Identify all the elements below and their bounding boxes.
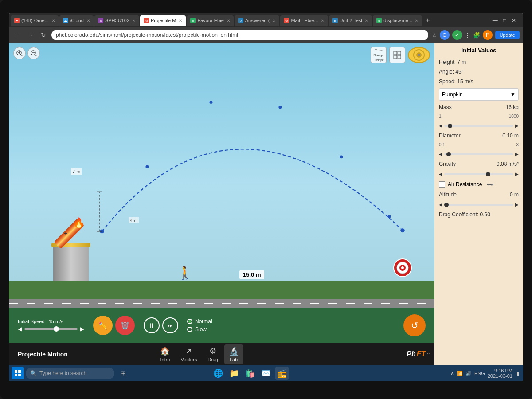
extension-icon[interactable]: ✓ (452, 30, 462, 40)
air-resistance-icon: 〰️ (486, 181, 494, 188)
air-resistance-row[interactable]: Air Resistance 〰️ (439, 181, 519, 188)
altitude-slider-thumb[interactable] (444, 203, 449, 207)
erase-button[interactable]: 🗑️ (115, 316, 135, 335)
tab-projectile[interactable]: M Projectile M ✕ (140, 15, 186, 26)
profile-button[interactable]: F (483, 30, 493, 40)
reset-button[interactable]: ↺ (403, 314, 426, 336)
diameter-increase-button[interactable]: ▶ (515, 152, 519, 156)
speed-slow-option[interactable]: Slow (187, 326, 212, 332)
address-input[interactable]: phet.colorado.edu/sims/html/projectile-m… (51, 30, 428, 40)
edge-icon[interactable]: 🌐 (211, 367, 225, 380)
nav-drag[interactable]: ⚙ Drag (203, 344, 223, 364)
windows-search[interactable]: 🔍 Type here to search (26, 368, 114, 379)
tab-answered[interactable]: b Answered ( ✕ (235, 15, 280, 26)
gravity-slider-track[interactable] (444, 173, 513, 175)
tab-sph-close[interactable]: ✕ (132, 18, 136, 23)
altitude-slider-track[interactable] (444, 204, 513, 206)
projectile-type-select[interactable]: Pumpkin ▼ (439, 88, 519, 101)
zoom-out-button[interactable] (27, 47, 40, 59)
tab-displacement[interactable]: G displaceme... ✕ (373, 15, 422, 26)
tray-arrow-icon[interactable]: ∧ (450, 371, 454, 376)
extensions-icon[interactable]: 🧩 (473, 32, 480, 39)
vectors-icon: ↗ (185, 346, 192, 356)
mass-slider-thumb[interactable] (448, 124, 452, 128)
menu-icon[interactable]: ⋮ (465, 32, 470, 39)
intro-tab-label: Intro (160, 357, 170, 362)
show-desktop-button[interactable]: ▮ (515, 371, 520, 376)
tab-mail-close[interactable]: ✕ (321, 18, 325, 23)
svg-rect-18 (15, 370, 17, 373)
height-value: Height: 7 m (439, 59, 519, 65)
start-button[interactable] (12, 367, 24, 379)
tab-icloud-icon: ☁ (63, 18, 68, 23)
tab-icloud[interactable]: ☁ iCloud ✕ (59, 15, 94, 26)
mail-icon[interactable]: ✉️ (259, 367, 273, 380)
slow-radio[interactable] (187, 327, 192, 332)
tab-displacement-close[interactable]: ✕ (415, 18, 419, 23)
tab-mail-label: Mail - Ebie... (291, 18, 318, 23)
step-button[interactable]: ⏭ (162, 317, 178, 333)
bookmark-icon[interactable]: ☆ (432, 32, 437, 39)
diameter-decrease-button[interactable]: ◀ (439, 152, 442, 156)
tab-unit2[interactable]: E Unit 2 Test ✕ (329, 15, 372, 26)
nav-vectors[interactable]: ↗ Vectors (176, 344, 201, 364)
nav-lab[interactable]: 🔬 Lab (224, 344, 243, 364)
task-view-button[interactable]: ⊞ (116, 367, 129, 380)
tab-sph[interactable]: S SPH3U102 ✕ (94, 15, 139, 26)
measure-tape-button[interactable] (408, 47, 430, 63)
measure-button[interactable]: Time Range Height (371, 47, 387, 63)
mass-value: 16 kg (506, 104, 519, 110)
tab-favour-close[interactable]: ✕ (227, 18, 230, 23)
forward-button[interactable]: → (26, 31, 35, 39)
speed-slider-thumb[interactable] (54, 326, 59, 332)
minimize-button[interactable]: — (491, 17, 500, 23)
app-5-icon[interactable]: 📻 (275, 367, 289, 380)
tab-omg[interactable]: ● (148) Ome... ✕ (11, 15, 59, 26)
gravity-increase-button[interactable]: ▶ (515, 172, 519, 176)
air-resistance-checkbox[interactable] (439, 181, 445, 188)
speed-normal-option[interactable]: Normal (187, 318, 212, 325)
explorer-icon[interactable]: 📁 (227, 367, 241, 380)
store-icon[interactable]: 🛍️ (243, 367, 257, 380)
google-icon[interactable]: G (440, 30, 450, 40)
mass-decrease-button[interactable]: ◀ (439, 123, 442, 128)
trajectory-dot-1 (145, 165, 149, 168)
tab-favour[interactable]: E Favour Ebie ✕ (187, 15, 233, 26)
mass-slider-track[interactable] (444, 125, 513, 127)
speed-decrease-button[interactable]: ◀ (18, 326, 22, 332)
sim-container: Time Range Height (9, 43, 523, 365)
normal-radio[interactable] (187, 319, 192, 324)
altitude-increase-button[interactable]: ▶ (515, 202, 519, 207)
volume-icon[interactable]: 🔊 (466, 371, 472, 376)
speed-increase-button[interactable]: ▶ (80, 326, 84, 332)
maximize-button[interactable]: □ (501, 17, 508, 23)
speed-slider-track[interactable] (24, 328, 78, 330)
tab-answered-close[interactable]: ✕ (272, 18, 276, 23)
mass-increase-button[interactable]: ▶ (515, 123, 519, 128)
fire-button[interactable]: ✏️ (93, 316, 113, 335)
eraser-icon: 🗑️ (121, 321, 129, 330)
nav-intro[interactable]: 🏠 Intro (156, 344, 174, 364)
tab-unit2-close[interactable]: ✕ (365, 18, 368, 23)
gravity-decrease-button[interactable]: ◀ (439, 172, 442, 176)
tab-omg-close[interactable]: ✕ (51, 18, 55, 23)
reload-button[interactable]: ↻ (39, 31, 48, 39)
pause-button[interactable]: ⏸ (144, 317, 160, 333)
new-tab-button[interactable]: + (423, 16, 432, 24)
diameter-slider-thumb[interactable] (446, 152, 451, 156)
grid-button[interactable] (389, 47, 405, 63)
back-button[interactable]: ← (12, 31, 22, 39)
gravity-slider-thumb[interactable] (486, 172, 490, 176)
update-button[interactable]: Update (495, 31, 520, 39)
tab-projectile-close[interactable]: ✕ (179, 18, 182, 23)
altitude-decrease-button[interactable]: ◀ (439, 202, 442, 207)
mass-slider-container: ◀ ▶ (439, 123, 519, 128)
diameter-slider-track[interactable] (444, 153, 513, 155)
wifi-icon[interactable]: 📶 (457, 371, 463, 376)
browser-chrome: ● (148) Ome... ✕ ☁ iCloud ✕ S SPH3U102 ✕ (9, 13, 523, 43)
close-button[interactable]: ✕ (510, 17, 518, 23)
app-title: Projectile Motion (13, 351, 72, 358)
tab-mail[interactable]: G Mail - Ebie... ✕ (280, 15, 328, 26)
tab-icloud-close[interactable]: ✕ (86, 18, 90, 23)
zoom-in-button[interactable] (13, 47, 26, 59)
